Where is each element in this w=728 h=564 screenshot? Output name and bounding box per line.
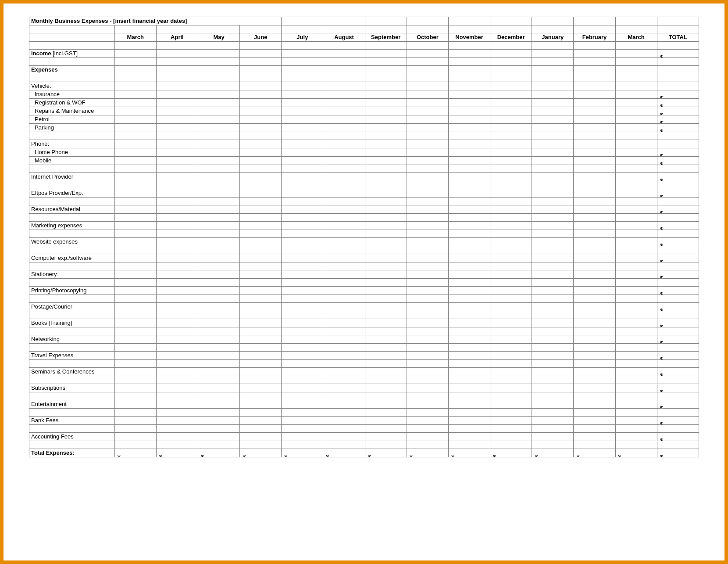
cell[interactable] <box>574 400 615 409</box>
cell[interactable] <box>490 107 532 115</box>
cell[interactable] <box>532 50 574 58</box>
cell[interactable] <box>282 115 323 124</box>
cell[interactable] <box>240 303 282 311</box>
cell[interactable] <box>114 384 156 392</box>
cell[interactable] <box>240 148 282 157</box>
cell[interactable] <box>114 352 156 360</box>
cell[interactable] <box>282 99 323 107</box>
cell[interactable] <box>365 335 407 344</box>
cell[interactable] <box>365 238 407 246</box>
cell[interactable] <box>323 189 365 198</box>
cell[interactable] <box>240 352 282 360</box>
cell[interactable] <box>448 189 490 198</box>
cell[interactable] <box>574 433 615 441</box>
cell[interactable] <box>198 90 239 99</box>
cell[interactable] <box>615 400 657 409</box>
cell[interactable] <box>407 222 448 230</box>
cell[interactable] <box>490 417 532 425</box>
cell[interactable] <box>490 222 532 230</box>
cell[interactable] <box>574 384 615 392</box>
cell[interactable] <box>532 157 574 165</box>
cell[interactable] <box>448 417 490 425</box>
cell[interactable] <box>574 124 615 132</box>
cell[interactable] <box>114 189 156 198</box>
cell[interactable] <box>114 50 156 58</box>
cell[interactable] <box>532 335 574 344</box>
cell[interactable] <box>156 417 198 425</box>
cell[interactable] <box>198 433 239 441</box>
cell[interactable] <box>532 400 574 409</box>
cell[interactable] <box>323 287 365 295</box>
cell[interactable] <box>198 157 239 165</box>
cell[interactable] <box>156 50 198 58</box>
cell[interactable] <box>407 99 448 107</box>
cell[interactable] <box>615 352 657 360</box>
cell[interactable] <box>156 368 198 376</box>
cell[interactable] <box>490 205 532 214</box>
cell[interactable] <box>532 173 574 181</box>
cell[interactable] <box>490 287 532 295</box>
cell[interactable] <box>407 254 448 262</box>
cell[interactable] <box>615 148 657 157</box>
cell[interactable] <box>114 400 156 409</box>
cell[interactable] <box>282 238 323 246</box>
cell[interactable] <box>448 157 490 165</box>
cell[interactable] <box>407 157 448 165</box>
cell[interactable] <box>240 384 282 392</box>
cell[interactable] <box>156 115 198 124</box>
cell[interactable] <box>365 205 407 214</box>
cell[interactable] <box>114 205 156 214</box>
cell[interactable] <box>240 433 282 441</box>
cell[interactable] <box>490 157 532 165</box>
cell[interactable] <box>282 287 323 295</box>
cell[interactable] <box>407 303 448 311</box>
cell[interactable] <box>198 400 239 409</box>
cell[interactable] <box>114 115 156 124</box>
cell[interactable] <box>574 319 615 327</box>
cell[interactable] <box>323 384 365 392</box>
cell[interactable] <box>282 205 323 214</box>
cell[interactable] <box>448 173 490 181</box>
cell[interactable] <box>114 303 156 311</box>
cell[interactable] <box>448 352 490 360</box>
cell[interactable] <box>407 433 448 441</box>
cell[interactable] <box>448 254 490 262</box>
cell[interactable] <box>365 303 407 311</box>
cell[interactable] <box>198 148 239 157</box>
cell[interactable] <box>574 287 615 295</box>
cell[interactable] <box>365 148 407 157</box>
cell[interactable] <box>156 254 198 262</box>
cell[interactable] <box>365 157 407 165</box>
cell[interactable] <box>448 270 490 279</box>
cell[interactable] <box>490 368 532 376</box>
cell[interactable] <box>574 303 615 311</box>
cell[interactable] <box>323 107 365 115</box>
cell[interactable] <box>365 384 407 392</box>
cell[interactable] <box>407 319 448 327</box>
cell[interactable] <box>490 50 532 58</box>
cell[interactable] <box>282 384 323 392</box>
cell[interactable] <box>574 189 615 198</box>
cell[interactable] <box>574 254 615 262</box>
cell[interactable] <box>323 222 365 230</box>
cell[interactable] <box>323 400 365 409</box>
cell[interactable] <box>532 319 574 327</box>
cell[interactable] <box>240 50 282 58</box>
cell[interactable] <box>323 368 365 376</box>
cell[interactable] <box>240 99 282 107</box>
cell[interactable] <box>282 90 323 99</box>
cell[interactable] <box>407 173 448 181</box>
cell[interactable] <box>615 157 657 165</box>
cell[interactable] <box>323 270 365 279</box>
cell[interactable] <box>574 50 615 58</box>
cell[interactable] <box>156 238 198 246</box>
cell[interactable] <box>532 368 574 376</box>
cell[interactable] <box>114 222 156 230</box>
cell[interactable] <box>615 287 657 295</box>
cell[interactable] <box>156 189 198 198</box>
cell[interactable] <box>407 90 448 99</box>
cell[interactable] <box>198 107 239 115</box>
cell[interactable] <box>198 115 239 124</box>
cell[interactable] <box>615 303 657 311</box>
cell[interactable] <box>448 148 490 157</box>
